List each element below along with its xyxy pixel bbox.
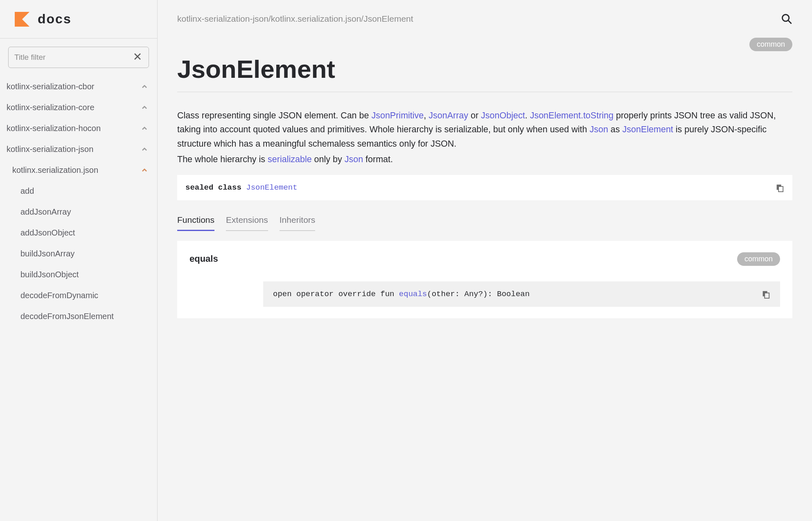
kotlin-logo-icon: [15, 12, 29, 27]
svg-line-2: [788, 20, 792, 24]
tab-functions[interactable]: Functions: [177, 215, 214, 231]
nav-group-label: kotlinx-serialization-hocon: [7, 124, 101, 133]
nav-group-label: kotlinx-serialization-json: [7, 145, 93, 154]
platform-badge-row: common: [177, 38, 792, 51]
link-jsonobject[interactable]: JsonObject: [481, 111, 525, 120]
sidebar-item-decodefromjsonelement[interactable]: decodeFromJsonElement: [0, 306, 157, 327]
link-serializable[interactable]: serializable: [268, 154, 312, 164]
sig-modifiers: sealed class: [185, 183, 246, 192]
svg-rect-4: [778, 186, 783, 192]
description-p2: The whole hierarchy is serializable only…: [177, 152, 792, 166]
title-filter-input[interactable]: [14, 53, 132, 62]
chevron-up-icon: [142, 168, 147, 173]
sidebar-item-add[interactable]: add: [0, 181, 157, 202]
chevron-up-icon: [142, 84, 147, 90]
nav-group-json[interactable]: kotlinx-serialization-json: [0, 139, 157, 160]
breadcrumb[interactable]: kotlinx-serialization-json/kotlinx.seria…: [177, 14, 413, 24]
tab-extensions[interactable]: Extensions: [226, 215, 268, 231]
copy-icon[interactable]: [775, 183, 784, 192]
nav-subpackage-label: kotlinx.serialization.json: [12, 165, 98, 175]
title-filter[interactable]: [8, 47, 149, 68]
logo-row: docs: [0, 0, 157, 39]
filter-wrap: [0, 39, 157, 76]
close-icon: [134, 53, 141, 60]
nav-group-hocon[interactable]: kotlinx-serialization-hocon: [0, 118, 157, 139]
topbar: kotlinx-serialization-json/kotlinx.seria…: [158, 0, 812, 38]
svg-marker-0: [15, 12, 29, 27]
common-badge: common: [749, 38, 792, 51]
page-title: JsonElement: [177, 54, 792, 84]
copy-icon[interactable]: [761, 290, 770, 299]
sidebar-item-decodefromdynamic[interactable]: decodeFromDynamic: [0, 285, 157, 306]
chevron-up-icon: [142, 147, 147, 152]
nav-group-label: kotlinx-serialization-cbor: [7, 82, 95, 91]
sidebar-item-addjsonobject[interactable]: addJsonObject: [0, 222, 157, 243]
search-icon[interactable]: [781, 13, 792, 25]
member-fn-link[interactable]: equals: [399, 290, 427, 299]
member-signature: open operator override fun equals(other:…: [263, 281, 780, 307]
chevron-up-icon: [142, 126, 147, 131]
sig-name[interactable]: JsonElement: [246, 183, 297, 192]
link-json[interactable]: Json: [589, 125, 608, 134]
link-json2[interactable]: Json: [345, 154, 363, 164]
link-tostring[interactable]: JsonElement.toString: [530, 111, 614, 120]
chevron-up-icon: [142, 105, 147, 111]
tabs: Functions Extensions Inheritors: [177, 215, 792, 231]
signature-block: sealed class JsonElement: [177, 175, 792, 200]
tab-inheritors[interactable]: Inheritors: [280, 215, 316, 231]
docs-label: docs: [38, 11, 72, 27]
sidebar-item-buildjsonobject[interactable]: buildJsonObject: [0, 264, 157, 285]
nav-group-label: kotlinx-serialization-core: [7, 103, 95, 112]
nav-group-cbor[interactable]: kotlinx-serialization-cbor: [0, 76, 157, 97]
nav-group-core[interactable]: kotlinx-serialization-core: [0, 97, 157, 118]
sidebar-item-buildjsonarray[interactable]: buildJsonArray: [0, 243, 157, 264]
nav-subpackage[interactable]: kotlinx.serialization.json: [0, 160, 157, 181]
svg-rect-6: [765, 293, 769, 298]
link-jsonelement[interactable]: JsonElement: [623, 125, 673, 134]
member-name[interactable]: equals: [189, 254, 218, 264]
link-jsonprimitive[interactable]: JsonPrimitive: [371, 111, 424, 120]
title-rule: [177, 92, 792, 92]
clear-filter-button[interactable]: [132, 50, 143, 64]
member-card-equals: equals common open operator override fun…: [177, 241, 792, 318]
sidebar-item-addjsonarray[interactable]: addJsonArray: [0, 202, 157, 222]
svg-point-1: [783, 15, 789, 21]
link-jsonarray[interactable]: JsonArray: [429, 111, 468, 120]
description-p1: Class representing single JSON element. …: [177, 109, 792, 151]
member-common-badge: common: [737, 252, 780, 266]
